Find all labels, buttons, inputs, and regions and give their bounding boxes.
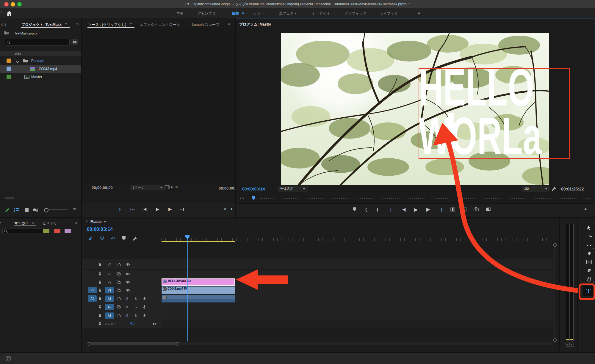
source-patch-v1[interactable]: V1 <box>88 287 97 293</box>
slip-tool[interactable] <box>585 259 593 265</box>
timeline-hscroll-thumb[interactable] <box>87 342 178 345</box>
project-list-header[interactable]: 名前 <box>0 51 81 56</box>
creative-cloud-sync-icon[interactable] <box>5 356 11 362</box>
project-panel-overflow-chevron[interactable]: » <box>76 22 79 26</box>
step-back-button[interactable]: ◀| <box>143 207 148 211</box>
track-sync-lock-icon[interactable] <box>117 281 121 284</box>
search-bin-button[interactable] <box>71 39 78 45</box>
marker-color-filter-red[interactable] <box>54 229 60 233</box>
writable-pencil-icon[interactable] <box>5 207 10 212</box>
track-lock-icon[interactable] <box>98 289 102 292</box>
nest-source-toggle-icon[interactable] <box>89 236 93 241</box>
marker-color-filter-purple[interactable] <box>65 229 71 233</box>
mute-track-button[interactable]: M <box>126 297 128 300</box>
source-zoom-select[interactable]: 1ページ <box>130 185 165 190</box>
comparison-view-button[interactable] <box>486 207 491 212</box>
track-select-forward-tool[interactable] <box>585 233 593 240</box>
panel-drag-handle[interactable] <box>1 10 2 16</box>
razor-tool[interactable] <box>585 250 593 257</box>
workspace-tab-libraries[interactable]: ライブラリ <box>380 11 398 16</box>
workspace-overflow-chevron[interactable]: » <box>418 11 420 15</box>
project-panel-menu-icon[interactable]: ≡ <box>65 22 67 26</box>
workspace-tab-audio[interactable]: オーディオ <box>312 11 330 16</box>
track-header-master[interactable]: マスター 0.0 <box>82 320 162 328</box>
name-column-header[interactable]: 名前 <box>15 52 21 56</box>
track-lane-v3[interactable] <box>162 270 553 278</box>
bin-name[interactable]: Footage <box>31 59 44 63</box>
project-row-c0043[interactable]: C0043.mp4 <box>0 65 81 73</box>
project-row-footage[interactable]: Footage <box>0 57 81 65</box>
track-header-v3[interactable]: V3 <box>82 270 162 278</box>
icon-view-button[interactable] <box>24 208 29 212</box>
track-lane-v4[interactable] <box>162 259 553 270</box>
step-forward-button[interactable]: |▶ <box>426 207 430 212</box>
project-row-master[interactable]: Master <box>0 73 81 81</box>
project-file-name[interactable]: TextMask.prproj <box>14 31 37 35</box>
project-panel-tab[interactable]: プロジェクト: TextMask <box>21 22 62 27</box>
vscroll-bottom-handle[interactable] <box>553 338 557 342</box>
program-scrub-bar[interactable] <box>236 194 595 201</box>
mute-track-button[interactable]: M <box>126 314 128 317</box>
timeline-clip-c0043-audio[interactable]: fx <box>162 295 235 302</box>
track-sync-lock-icon[interactable] <box>117 314 121 317</box>
solo-track-button[interactable]: S <box>135 297 137 300</box>
timeline-clip-c0043-video[interactable]: fxC0043.mp4 [V] <box>162 286 235 294</box>
voiceover-mic-icon[interactable] <box>143 313 146 317</box>
timeline-sequence-tab[interactable]: Master <box>90 220 102 224</box>
marker-panel-tab[interactable]: マーカー <box>14 221 29 226</box>
program-panel-menu-icon[interactable]: ≡ <box>267 22 269 26</box>
project-panel-partial-tab[interactable]: クト <box>1 22 8 27</box>
label-color-swatch[interactable] <box>7 67 11 71</box>
play-button[interactable]: ▶ <box>414 207 418 212</box>
track-target-button[interactable]: V1 <box>105 287 114 294</box>
project-hscroll-thumb[interactable] <box>5 197 14 199</box>
track-sync-lock-icon[interactable] <box>117 305 121 309</box>
track-output-eye-icon[interactable] <box>126 272 130 275</box>
track-target-button[interactable]: A2 <box>105 304 114 310</box>
project-search-input[interactable] <box>10 40 62 44</box>
track-header-a3[interactable]: A3 M S <box>82 311 162 320</box>
linked-selection-icon[interactable] <box>111 236 115 240</box>
snap-magnet-icon[interactable] <box>100 236 104 240</box>
track-lock-icon[interactable] <box>98 263 102 266</box>
timeline-ruler[interactable]: :00:00 00:00:04:23 00:00:09:23 00:00:14:… <box>162 231 553 242</box>
workspace-tab-assembly[interactable]: アセンブリ <box>198 11 216 16</box>
home-button[interactable] <box>5 10 14 17</box>
track-target-button[interactable]: V3 <box>105 272 114 276</box>
mark-out-button[interactable]: } <box>377 207 378 212</box>
add-button[interactable]: + <box>584 207 587 212</box>
settings-sliders-icon[interactable]: ⇻ <box>175 185 177 189</box>
mark-out-button[interactable]: } <box>119 207 120 211</box>
track-header-a1[interactable]: A1 A1 M S <box>82 294 162 303</box>
source-panel-tab[interactable]: ソース : (クリップなし) <box>88 22 126 27</box>
lumetri-scopes-tab[interactable]: Lumetri スコープ <box>192 22 219 27</box>
source-panel-overflow-chevron[interactable]: » <box>228 22 230 26</box>
marker-color-filter-green[interactable] <box>43 229 49 233</box>
track-output-eye-icon[interactable] <box>126 263 130 266</box>
vscroll-top-handle[interactable] <box>553 243 557 247</box>
program-panel-tab[interactable]: プログラム: Master <box>239 22 271 27</box>
marker-search-input[interactable] <box>8 229 37 233</box>
track-header-a2[interactable]: A2 M S <box>82 303 162 311</box>
project-root-button[interactable] <box>4 30 10 36</box>
hand-tool[interactable] <box>585 276 593 282</box>
master-gain-value[interactable]: 0.0 <box>130 322 134 325</box>
play-button[interactable]: ▶ <box>156 207 159 212</box>
hscroll-right-handle[interactable] <box>176 342 179 346</box>
label-color-swatch[interactable] <box>7 75 11 79</box>
ripple-edit-tool[interactable] <box>585 242 593 248</box>
track-header-v1[interactable]: V1 V1 <box>82 286 162 295</box>
scrub-ticks[interactable] <box>260 198 591 199</box>
program-fit-select[interactable]: 全体表示 <box>278 186 308 192</box>
program-playhead-marker[interactable] <box>252 196 255 200</box>
zoom-slider-knob[interactable] <box>44 208 48 212</box>
effect-controls-tab[interactable]: エフェクトコントロール <box>140 22 180 27</box>
track-sync-lock-icon[interactable] <box>117 263 121 266</box>
meter-solo-right-button[interactable]: S <box>570 343 574 347</box>
hscroll-left-handle[interactable] <box>87 342 90 346</box>
source-transport-overflow[interactable]: » <box>224 206 226 211</box>
mute-track-button[interactable]: M <box>126 305 128 309</box>
lift-button[interactable] <box>450 207 455 212</box>
source-panel-menu-icon[interactable]: ≡ <box>130 22 132 26</box>
list-view-button[interactable] <box>14 208 20 212</box>
